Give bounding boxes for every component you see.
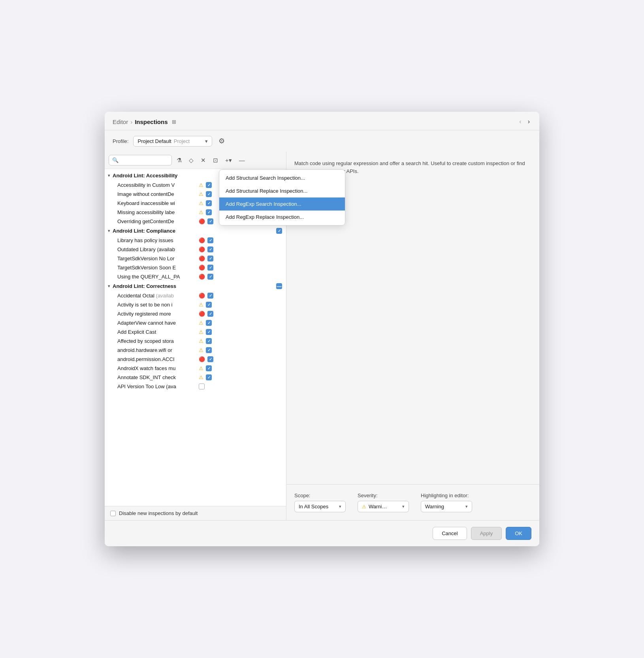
highlight-select[interactable]: Warning ▾: [421, 501, 472, 512]
tree-item[interactable]: Affected by scoped stora ⚠ ✓: [105, 337, 286, 346]
add-button-container: +▾ Add Structural Search Inspection... A…: [223, 155, 234, 165]
add-structural-search-item[interactable]: Add Structural Search Inspection...: [219, 171, 345, 184]
tree-item[interactable]: API Version Too Low (ava: [105, 382, 286, 391]
back-button[interactable]: ‹: [518, 117, 523, 126]
left-panel: 🔍 ⚗ ◇ ✕ ⊡ +▾ Add Structural Search Inspe…: [105, 152, 286, 520]
item-checkbox[interactable]: ✓: [207, 237, 213, 243]
tree-item[interactable]: Outdated Library (availab 🔴 ✓: [105, 245, 286, 254]
filter-button[interactable]: ⚗: [174, 155, 184, 165]
item-checkbox[interactable]: ✓: [207, 274, 213, 280]
error-icon: 🔴: [199, 274, 205, 280]
item-checkbox[interactable]: ✓: [206, 302, 212, 308]
highlight-value: Warning: [425, 504, 444, 509]
item-label: Keyboard inaccessible wi: [117, 200, 196, 206]
tree-item[interactable]: Annotate SDK_INT check ⚠ ✓: [105, 373, 286, 382]
item-checkbox[interactable]: ✓: [207, 265, 213, 271]
tree-item[interactable]: TargetSdkVersion Soon E 🔴 ✓: [105, 263, 286, 272]
search-icon: 🔍: [112, 157, 119, 163]
item-checkbox[interactable]: ✓: [206, 209, 212, 215]
item-checkbox[interactable]: ✓: [207, 356, 213, 362]
item-label: Using the QUERY_ALL_PA: [117, 274, 196, 280]
severity-label: Severity:: [358, 493, 409, 498]
apply-button[interactable]: Apply: [471, 527, 502, 540]
tree-item[interactable]: android.permission.ACCI 🔴 ✓: [105, 355, 286, 364]
tree-item[interactable]: Using the QUERY_ALL_PA 🔴 ✓: [105, 272, 286, 281]
toolbar: 🔍 ⚗ ◇ ✕ ⊡ +▾ Add Structural Search Inspe…: [105, 152, 286, 169]
item-checkbox[interactable]: ✓: [207, 218, 213, 224]
frame-button[interactable]: ⊡: [211, 155, 220, 165]
main-content: 🔍 ⚗ ◇ ✕ ⊡ +▾ Add Structural Search Inspe…: [105, 152, 539, 520]
item-checkbox[interactable]: ✓: [206, 329, 212, 335]
profile-select[interactable]: Project Default Project ▾: [133, 136, 212, 147]
item-checkbox[interactable]: ✓: [207, 293, 213, 299]
item-checkbox[interactable]: ✓: [206, 320, 212, 326]
ok-button[interactable]: OK: [506, 527, 531, 540]
item-checkbox[interactable]: [199, 384, 205, 389]
tree-item[interactable]: TargetSdkVersion No Lor 🔴 ✓: [105, 254, 286, 263]
error-icon: 🔴: [199, 293, 205, 299]
item-checkbox[interactable]: ✓: [206, 191, 212, 197]
item-label: AndroidX watch faces mu: [117, 365, 196, 371]
item-label: Accidental Octal (availab: [117, 293, 196, 299]
checkbox-correctness[interactable]: —: [276, 283, 282, 289]
search-input[interactable]: [120, 157, 168, 163]
item-checkbox[interactable]: ✓: [207, 246, 213, 252]
cancel-button[interactable]: Cancel: [433, 527, 467, 540]
inspections-dialog: Editor › Inspections ⊞ ‹ › Profile: Proj…: [105, 112, 539, 546]
item-checkbox[interactable]: ✓: [206, 374, 212, 380]
warn-icon: ⚠: [199, 320, 203, 326]
add-structural-replace-item[interactable]: Add Structural Replace Inspection...: [219, 184, 345, 197]
group-correctness[interactable]: ▾ Android Lint: Correctness —: [105, 281, 286, 291]
nav-arrows: ‹ ›: [518, 117, 531, 126]
tree-item[interactable]: Activity is set to be non i ⚠ ✓: [105, 300, 286, 309]
options-area: Scope: In All Scopes ▾ Severity: ⚠ Warni…: [286, 484, 539, 520]
tree-item[interactable]: Add Explicit Cast ⚠ ✓: [105, 327, 286, 337]
search-box[interactable]: 🔍: [109, 155, 172, 165]
item-checkbox[interactable]: ✓: [206, 365, 212, 371]
item-checkbox[interactable]: ✓: [207, 311, 213, 317]
scope-select[interactable]: In All Scopes ▾: [294, 501, 346, 512]
add-regexp-replace-item[interactable]: Add RegExp Replace Inspection...: [219, 211, 345, 224]
tree-item[interactable]: AndroidX watch faces mu ⚠ ✓: [105, 364, 286, 373]
item-checkbox[interactable]: ✓: [206, 200, 212, 206]
tree-item[interactable]: Activity registered more 🔴 ✓: [105, 309, 286, 318]
error-icon: 🔴: [199, 311, 205, 317]
tree-item[interactable]: Accidental Octal (availab 🔴 ✓: [105, 291, 286, 300]
item-label: AdapterView cannot have: [117, 320, 196, 326]
tree-item[interactable]: android.hardware.wifi or ⚠ ✓: [105, 346, 286, 355]
add-regexp-search-item[interactable]: Add RegExp Search Inspection...: [219, 197, 345, 211]
profile-bar: Profile: Project Default Project ▾ ⚙: [105, 130, 539, 152]
item-label: android.permission.ACCI: [117, 356, 196, 362]
checkbox-compliance[interactable]: ✓: [276, 228, 282, 234]
warn-icon: ⚠: [199, 374, 203, 380]
tree-item[interactable]: AdapterView cannot have ⚠ ✓: [105, 318, 286, 327]
group-compliance[interactable]: ▾ Android Lint: Compliance ✓: [105, 226, 286, 236]
bottom-bar: Disable new inspections by default: [105, 506, 286, 520]
expand-button[interactable]: ◇: [186, 155, 196, 165]
group-correctness-label: Android Lint: Correctness: [113, 283, 274, 289]
forward-button[interactable]: ›: [526, 117, 531, 126]
disable-inspections-checkbox[interactable]: [110, 511, 116, 516]
warn-icon: ⚠: [199, 365, 203, 371]
profile-dropdown-arrow: ▾: [205, 138, 208, 144]
item-label: Outdated Library (availab: [117, 246, 196, 252]
highlight-label: Highlighting in editor:: [421, 493, 472, 498]
remove-button[interactable]: —: [237, 155, 247, 165]
severity-select[interactable]: ⚠ Warni… ▾: [358, 501, 409, 512]
gear-button[interactable]: ⚙: [217, 135, 226, 147]
options-row: Scope: In All Scopes ▾ Severity: ⚠ Warni…: [294, 493, 531, 512]
item-checkbox[interactable]: ✓: [207, 256, 213, 261]
tree-item[interactable]: Library has policy issues 🔴 ✓: [105, 236, 286, 245]
toggle-accessibility: ▾: [108, 173, 110, 178]
item-checkbox[interactable]: ✓: [206, 338, 212, 344]
item-checkbox[interactable]: ✓: [206, 347, 212, 353]
warn-icon: ⚠: [199, 329, 203, 335]
toggle-correctness: ▾: [108, 284, 110, 289]
add-button[interactable]: +▾: [223, 155, 234, 165]
profile-name: Project Default: [137, 138, 171, 144]
collapse-button[interactable]: ✕: [198, 155, 208, 165]
item-label: Missing accessibility labe: [117, 209, 196, 215]
severity-group: Severity: ⚠ Warni… ▾: [358, 493, 409, 512]
item-checkbox[interactable]: ✓: [206, 182, 212, 188]
warn-icon: ⚠: [199, 209, 203, 215]
